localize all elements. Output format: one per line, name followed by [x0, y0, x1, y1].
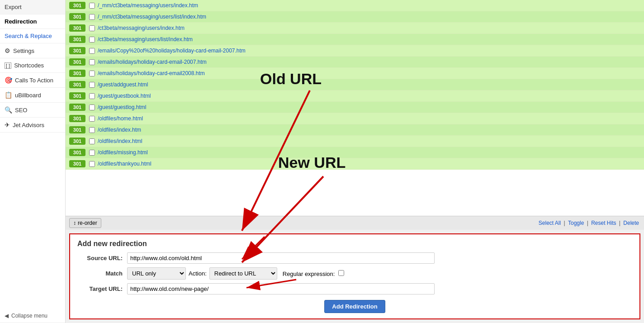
redirect-url[interactable]: /guest/addguest.html — [98, 81, 148, 88]
redirection-label: Redirection — [5, 18, 37, 25]
redirect-code: 301 — [69, 24, 85, 32]
delete-link[interactable]: Delete — [623, 220, 639, 226]
row-checkbox[interactable] — [89, 71, 95, 76]
sidebar-item-search-replace[interactable]: Search & Replace — [0, 29, 65, 43]
sidebar-item-settings[interactable]: ⚙ Settings — [0, 43, 65, 58]
sidebar-item-ubillboard[interactable]: 📋 uBillboard — [0, 88, 65, 103]
reorder-label: re-order — [78, 220, 97, 226]
regex-label: Regular expression: — [283, 270, 344, 277]
redirect-url[interactable]: /guest/guestlog.html — [98, 104, 146, 110]
table-row: 301 /_mm/ct3beta/messaging/users/index.h… — [66, 0, 644, 11]
search-replace-label: Search & Replace — [5, 33, 52, 39]
table-row: 301 /oldfiles/index.htm — [66, 124, 644, 136]
redirect-url[interactable]: /emails/holidays/holiday-card-email2008.… — [98, 70, 205, 76]
sidebar-item-export[interactable]: Export — [0, 0, 65, 14]
table-row: 301 /_mm/ct3beta/messaging/users/list/in… — [66, 11, 644, 23]
row-checkbox[interactable] — [89, 37, 95, 43]
redirect-code: 301 — [69, 92, 85, 100]
row-checkbox[interactable] — [89, 59, 95, 65]
row-checkbox[interactable] — [89, 14, 95, 20]
redirect-url[interactable]: /oldfiles/index.html — [98, 138, 142, 144]
match-label: Match — [77, 270, 123, 277]
toggle-link[interactable]: Toggle — [568, 220, 584, 226]
cta-icon: 🎯 — [5, 76, 12, 84]
table-row: 301 /guest/guestbook.html — [66, 90, 644, 102]
row-checkbox[interactable] — [89, 161, 95, 167]
source-url-input[interactable] — [127, 252, 435, 264]
row-checkbox[interactable] — [89, 93, 95, 99]
redirect-code: 301 — [69, 138, 85, 145]
reset-hits-link[interactable]: Reset Hits — [591, 220, 616, 226]
sidebar-item-jet-advisors[interactable]: ✈ Jet Advisors — [0, 118, 65, 133]
main-content-area: 301 /_mm/ct3beta/messaging/users/index.h… — [66, 0, 644, 323]
cta-label: Calls To Action — [15, 77, 53, 84]
sidebar-item-seo[interactable]: 🔍 SEO — [0, 103, 65, 118]
match-select[interactable]: URL only URL and login status URL and re… — [127, 267, 186, 280]
row-checkbox[interactable] — [89, 150, 95, 156]
shortcodes-icon: [ ] — [5, 62, 11, 69]
row-checkbox[interactable] — [89, 48, 95, 54]
jet-advisors-label: Jet Advisors — [13, 122, 44, 128]
table-row: 301 /oldfiles/home.html — [66, 113, 644, 124]
redirect-code: 301 — [69, 81, 85, 88]
redirect-code: 301 — [69, 160, 85, 167]
table-row: 301 /emails/holidays/holiday-card-email2… — [66, 68, 644, 79]
redirect-code: 301 — [69, 70, 85, 77]
table-row: 301 /emails/Copy%20of%20holidays/holiday… — [66, 45, 644, 57]
row-checkbox[interactable] — [89, 3, 95, 9]
redirect-url[interactable]: /guest/guestbook.html — [98, 93, 151, 99]
redirect-code: 301 — [69, 36, 85, 43]
redirect-code: 301 — [69, 47, 85, 54]
redirect-code: 301 — [69, 149, 85, 156]
row-checkbox[interactable] — [89, 138, 95, 144]
redirect-url[interactable]: /_mm/ct3beta/messaging/users/list/index.… — [98, 14, 206, 20]
shortcodes-label: Shortcodes — [14, 62, 44, 69]
row-checkbox[interactable] — [89, 116, 95, 122]
row-checkbox[interactable] — [89, 25, 95, 31]
redirect-url[interactable]: /emails/Copy%20of%20holidays/holiday-car… — [98, 48, 246, 54]
separator-3: | — [619, 220, 620, 226]
redirect-url[interactable]: /ct3beta/messaging/users/list/index.htm — [98, 36, 193, 43]
redirect-code: 301 — [69, 126, 85, 133]
export-label: Export — [5, 4, 22, 10]
row-checkbox[interactable] — [89, 104, 95, 110]
add-redirection-form: Add new redirection Source URL: Match UR… — [69, 233, 640, 319]
select-all-link[interactable]: Select All — [539, 220, 561, 226]
redirect-url[interactable]: /emails/holidays/holiday-card-email-2007… — [98, 59, 207, 65]
add-redirection-button[interactable]: Add Redirection — [324, 300, 385, 313]
redirect-code: 301 — [69, 2, 85, 9]
row-checkbox[interactable] — [89, 82, 95, 88]
regex-label-text: Regular expression: — [283, 271, 335, 277]
ubillboard-icon: 📋 — [5, 91, 12, 99]
reorder-button[interactable]: ↕ re-order — [69, 218, 101, 228]
match-action-row: Match URL only URL and login status URL … — [77, 267, 632, 280]
sidebar-item-redirection[interactable]: Redirection — [0, 14, 65, 29]
table-row: 301 /oldfiles/missing.html — [66, 147, 644, 158]
redirect-url[interactable]: /oldfiles/missing.html — [98, 149, 148, 156]
jet-advisors-icon: ✈ — [5, 121, 10, 128]
redirect-url[interactable]: /oldfiles/index.htm — [98, 127, 141, 133]
separator-2: | — [587, 220, 588, 226]
redirect-url[interactable]: /oldfiles/home.html — [98, 115, 143, 122]
action-label-text: Action: — [189, 270, 207, 277]
table-row: 301 /guest/addguest.html — [66, 79, 644, 90]
sidebar-item-shortcodes[interactable]: [ ] Shortcodes — [0, 58, 65, 73]
target-url-input[interactable] — [127, 283, 435, 294]
table-row: 301 /emails/holidays/holiday-card-email-… — [66, 57, 644, 68]
row-checkbox[interactable] — [89, 127, 95, 133]
sidebar-item-calls-to-action[interactable]: 🎯 Calls To Action — [0, 73, 65, 88]
sidebar-collapse-menu[interactable]: ◀ Collapse menu — [0, 309, 65, 323]
table-row: 301 /ct3beta/messaging/users/list/index.… — [66, 34, 644, 45]
reorder-icon: ↕ — [73, 220, 76, 226]
table-row: 301 /oldfiles/index.html — [66, 136, 644, 147]
button-row: Add Redirection — [77, 298, 632, 313]
action-select[interactable]: Redirect to URL Redirect to random post … — [209, 267, 277, 280]
redirect-url[interactable]: /ct3beta/messaging/users/index.htm — [98, 25, 185, 31]
settings-icon: ⚙ — [5, 47, 10, 54]
redirect-url[interactable]: /oldfiles/thankyou.html — [98, 161, 152, 167]
redirect-url[interactable]: /_mm/ct3beta/messaging/users/index.htm — [98, 2, 198, 9]
ubillboard-label: uBillboard — [15, 92, 41, 99]
source-url-label: Source URL: — [77, 255, 123, 261]
regex-checkbox[interactable] — [338, 270, 344, 276]
form-title: Add new redirection — [77, 240, 632, 248]
